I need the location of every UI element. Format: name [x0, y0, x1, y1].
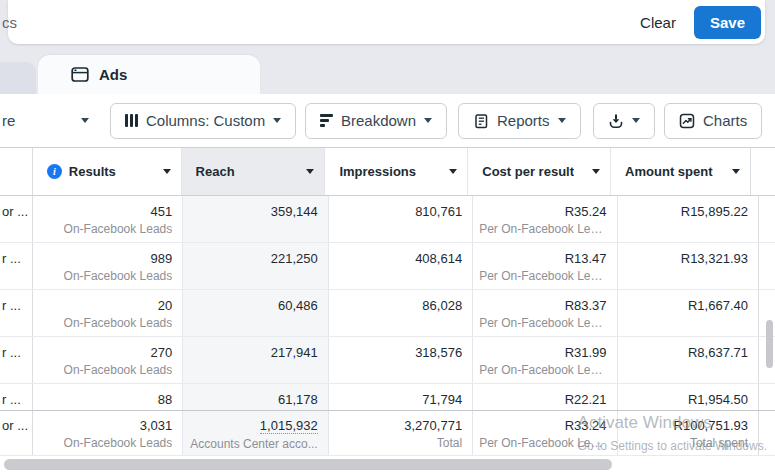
- impressions-cell: 810,761: [328, 196, 472, 242]
- cost-value: R13.47: [565, 251, 607, 266]
- impressions-value: 810,761: [415, 204, 462, 219]
- row-name-cell[interactable]: r ...: [0, 384, 33, 410]
- spent-value: R13,321.93: [681, 251, 748, 266]
- more-button-truncated[interactable]: re: [2, 112, 89, 129]
- tab-ads[interactable]: Ads: [38, 55, 260, 94]
- reports-icon: [473, 113, 489, 129]
- cost-subtext: Per On-Facebook Leads: [479, 364, 606, 377]
- columns-icon: [125, 114, 138, 127]
- header-cost-per-result-label: Cost per result: [482, 164, 574, 179]
- reach-value: 359,144: [271, 204, 318, 219]
- row-name-cell[interactable]: r ...: [0, 290, 33, 336]
- chevron-down-icon[interactable]: [306, 169, 314, 174]
- table-row: or ... 451 On-Facebook Leads 359,144 810…: [0, 196, 775, 243]
- results-value: 451: [151, 204, 173, 219]
- columns-button[interactable]: Columns: Custom: [110, 103, 296, 139]
- tab-ads-label: Ads: [99, 66, 127, 83]
- ads-table: i Results Reach Impressions Cost per res…: [0, 147, 775, 474]
- charts-button-label: Charts: [703, 112, 747, 129]
- cost-subtext: Per On-Facebook Leads: [479, 317, 606, 330]
- spent-value: R15,895.22: [681, 204, 748, 219]
- row-name-fragment: r ...: [2, 392, 21, 407]
- clear-button[interactable]: Clear: [630, 8, 686, 37]
- totals-reach-value[interactable]: 1,015,932: [260, 418, 318, 434]
- reach-cell: 221,250: [182, 243, 327, 289]
- cost-per-result-cell: R83.37 Per On-Facebook Leads: [472, 290, 616, 336]
- totals-spent-cell: R100,751.93 Total spent: [617, 411, 759, 455]
- save-button[interactable]: Save: [694, 6, 761, 39]
- download-button[interactable]: [593, 103, 655, 139]
- amount-spent-cell: R15,895.22: [617, 196, 759, 242]
- chevron-down-icon: [558, 118, 566, 123]
- row-gutter: [759, 384, 775, 410]
- reach-cell: 60,486: [182, 290, 327, 336]
- cost-value: R22.21: [565, 392, 607, 407]
- chevron-down-icon: [632, 118, 640, 123]
- chevron-down-icon[interactable]: [163, 169, 171, 174]
- chevron-down-icon[interactable]: [449, 169, 457, 174]
- top-bar-panel: cs Clear Save: [8, 0, 765, 44]
- results-subtext: On-Facebook Leads: [64, 364, 173, 377]
- header-amount-spent[interactable]: Amount spent: [610, 148, 751, 195]
- row-name-cell[interactable]: r ...: [0, 337, 33, 383]
- totals-impressions-cell: 3,270,771 Total: [328, 411, 472, 455]
- tab-strip: Ads: [0, 46, 775, 94]
- results-subtext: On-Facebook Leads: [64, 317, 173, 330]
- header-name-column[interactable]: [0, 148, 33, 195]
- chevron-down-icon[interactable]: [592, 169, 600, 174]
- chevron-down-icon: [273, 118, 281, 123]
- breakdown-button[interactable]: Breakdown: [305, 103, 447, 139]
- amount-spent-cell: R1,954.50: [617, 384, 759, 410]
- results-cell: 451 On-Facebook Leads: [33, 196, 182, 242]
- charts-icon: [679, 113, 695, 129]
- chevron-down-icon[interactable]: [732, 169, 740, 174]
- cost-per-result-cell: R35.24 Per On-Facebook Leads: [472, 196, 616, 242]
- breakdown-icon: [320, 114, 333, 127]
- info-icon[interactable]: i: [47, 164, 62, 179]
- results-subtext: On-Facebook Leads: [64, 270, 173, 283]
- header-impressions[interactable]: Impressions: [324, 148, 467, 195]
- header-results[interactable]: i Results: [33, 148, 181, 195]
- results-subtext: On-Facebook Leads: [64, 223, 173, 236]
- tab-partial-left[interactable]: [0, 62, 36, 94]
- top-bar: cs Clear Save: [0, 0, 775, 46]
- totals-name-fragment: or ...: [2, 418, 28, 433]
- totals-cost-subtext: Per On-Facebook Leads: [479, 437, 606, 450]
- totals-results-value: 3,031: [140, 418, 173, 433]
- header-cost-per-result[interactable]: Cost per result: [467, 148, 610, 195]
- row-name-cell[interactable]: r ...: [0, 243, 33, 289]
- header-results-label: Results: [69, 164, 116, 179]
- spent-value: R1,954.50: [688, 392, 748, 407]
- impressions-value: 86,028: [422, 298, 462, 313]
- results-cell: 270 On-Facebook Leads: [33, 337, 182, 383]
- spent-value: R1,667.40: [688, 298, 748, 313]
- reach-cell: 359,144: [182, 196, 327, 242]
- totals-spent-value: R100,751.93: [674, 418, 748, 433]
- reach-cell: 61,178: [182, 384, 327, 410]
- reports-button[interactable]: Reports: [458, 103, 581, 139]
- vertical-scrollbar-thumb[interactable]: [766, 320, 773, 368]
- amount-spent-cell: R8,637.71: [617, 337, 759, 383]
- row-name-fragment: r ...: [2, 251, 21, 266]
- cost-value: R31.99: [565, 345, 607, 360]
- table-row: r ... 270 On-Facebook Leads 217,941 318,…: [0, 337, 775, 384]
- header-reach[interactable]: Reach: [181, 148, 325, 195]
- impressions-cell: 71,794: [328, 384, 472, 410]
- cost-per-result-cell: R22.21: [472, 384, 616, 410]
- cost-per-result-cell: R31.99 Per On-Facebook Leads: [472, 337, 616, 383]
- header-amount-spent-label: Amount spent: [625, 164, 712, 179]
- amount-spent-cell: R1,667.40: [617, 290, 759, 336]
- charts-button[interactable]: Charts: [664, 103, 762, 139]
- reach-value: 217,941: [271, 345, 318, 360]
- horizontal-scrollbar-thumb[interactable]: [4, 459, 612, 470]
- row-name-cell[interactable]: or ...: [0, 196, 33, 242]
- row-gutter: [759, 196, 775, 242]
- results-value: 270: [151, 345, 173, 360]
- toolbar: re Columns: Custom Breakdown Reports: [0, 94, 775, 147]
- totals-name-cell: or ...: [0, 411, 33, 455]
- cost-value: R83.37: [565, 298, 607, 313]
- table-header-row: i Results Reach Impressions Cost per res…: [0, 148, 775, 196]
- impressions-cell: 408,614: [328, 243, 472, 289]
- results-value: 88: [158, 392, 172, 407]
- totals-results-subtext: On-Facebook Leads: [64, 437, 173, 450]
